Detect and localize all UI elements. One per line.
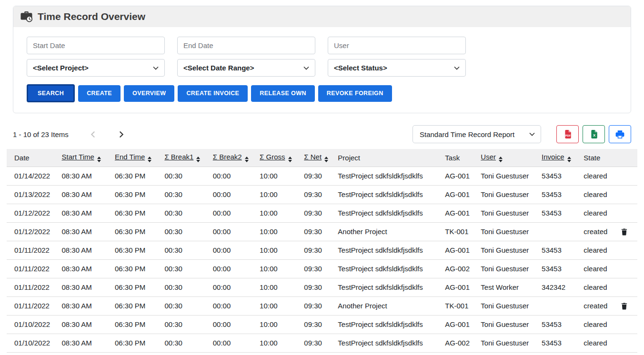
cell-gross: 10:00 bbox=[256, 278, 300, 296]
user-input[interactable] bbox=[328, 37, 466, 54]
cell-invoice: 53453 bbox=[538, 241, 580, 259]
cell-end-time: 06:30 PM bbox=[111, 259, 161, 278]
cell-invoice bbox=[538, 296, 580, 315]
cell-end-time: 06:30 PM bbox=[111, 167, 161, 185]
card-header: Time Record Overview bbox=[13, 6, 631, 27]
pdf-file-icon: PDF bbox=[564, 130, 572, 138]
filter-selects-row: <Select Project> <Select Date Range> bbox=[27, 59, 617, 77]
cell-state: cleared bbox=[580, 167, 617, 185]
cell-end-time: 06:30 PM bbox=[111, 296, 161, 315]
cell-project: TestProject sdkfsldkfjsdklfs bbox=[334, 278, 441, 296]
cell-break1: 00:30 bbox=[161, 296, 209, 315]
cell-start-time: 08:30 AM bbox=[58, 278, 111, 296]
cell-user: Toni Guestuser bbox=[477, 334, 538, 352]
release-own-button[interactable]: RELEASE OWN bbox=[251, 85, 314, 102]
export-excel-button[interactable]: X bbox=[583, 125, 605, 143]
cell-project: TestProject sdkfsldkfjsdklfs bbox=[334, 167, 441, 185]
revoke-foreign-button[interactable]: REVOKE FOREIGN bbox=[318, 85, 392, 102]
create-invoice-button[interactable]: CREATE INVOICE bbox=[178, 85, 248, 102]
filter-inputs-row bbox=[27, 37, 617, 54]
column-header-break1[interactable]: Σ Break1 bbox=[161, 149, 209, 167]
end-date-input[interactable] bbox=[177, 37, 315, 54]
column-header-user[interactable]: User bbox=[477, 149, 538, 167]
date-range-select-wrap: <Select Date Range> bbox=[177, 59, 315, 77]
cell-gross: 10:00 bbox=[256, 315, 300, 334]
cell-gross: 10:00 bbox=[256, 334, 300, 352]
chevron-right-icon bbox=[118, 131, 125, 138]
cell-date: 01/11/2022 bbox=[7, 241, 58, 259]
cell-invoice: 53453 bbox=[538, 259, 580, 278]
toolbar: 1 - 10 of 23 Items Standard Time Record … bbox=[13, 125, 631, 143]
sort-icon bbox=[97, 157, 101, 162]
delete-button[interactable] bbox=[621, 302, 628, 310]
cell-net: 09:30 bbox=[300, 278, 334, 296]
cell-task: AG-001 bbox=[441, 278, 477, 296]
cell-state: cleared bbox=[580, 259, 617, 278]
cell-invoice: 53453 bbox=[538, 334, 580, 352]
end-date-field-wrap bbox=[177, 37, 315, 54]
project-select[interactable]: <Select Project> bbox=[27, 59, 165, 77]
cell-break1: 00:30 bbox=[161, 315, 209, 334]
svg-text:PDF: PDF bbox=[565, 134, 571, 137]
report-select-wrap: Standard Time Record Report bbox=[413, 125, 541, 143]
cell-net: 09:30 bbox=[300, 185, 334, 204]
report-select[interactable]: Standard Time Record Report bbox=[413, 125, 541, 143]
column-header-state: State bbox=[580, 149, 617, 167]
printer-icon bbox=[615, 130, 624, 139]
previous-page-button[interactable] bbox=[90, 131, 97, 138]
cell-action bbox=[617, 278, 637, 296]
cell-break1: 00:30 bbox=[161, 222, 209, 241]
cell-project: TestProject sdkfsldkfjsdklfs bbox=[334, 204, 441, 222]
column-header-net[interactable]: Σ Net bbox=[300, 149, 334, 167]
column-header-end-time[interactable]: End Time bbox=[111, 149, 161, 167]
cell-end-time: 06:30 PM bbox=[111, 222, 161, 241]
column-header-start-time[interactable]: Start Time bbox=[58, 149, 111, 167]
cell-break2: 00:00 bbox=[209, 222, 256, 241]
cell-start-time: 08:30 AM bbox=[58, 167, 111, 185]
date-range-select[interactable]: <Select Date Range> bbox=[177, 59, 315, 77]
cell-invoice: 342342 bbox=[538, 278, 580, 296]
cell-invoice: 53453 bbox=[538, 167, 580, 185]
sort-icon bbox=[324, 157, 328, 162]
cell-project: TestProject sdkfsldkfjsdklfs bbox=[334, 334, 441, 352]
cell-state: created bbox=[580, 296, 617, 315]
project-select-wrap: <Select Project> bbox=[27, 59, 165, 77]
cell-net: 09:30 bbox=[300, 334, 334, 352]
table-row: 01/10/2022 08:30 AM 06:30 PM 00:30 00:00… bbox=[7, 334, 637, 352]
table-header-row: Date Start Time End Time Σ Break1 Σ Brea… bbox=[7, 149, 637, 167]
cell-start-time: 08:30 AM bbox=[58, 241, 111, 259]
cell-user: Toni Guestuser bbox=[477, 204, 538, 222]
status-select[interactable]: <Select Status> bbox=[328, 59, 466, 77]
cell-invoice: 53453 bbox=[538, 185, 580, 204]
cell-project: TestProject sdkfsldkfjsdklfs bbox=[334, 315, 441, 334]
export-pdf-button[interactable]: PDF bbox=[556, 125, 579, 143]
column-header-invoice[interactable]: Invoice bbox=[538, 149, 580, 167]
cell-state: cleared bbox=[580, 278, 617, 296]
overview-button[interactable]: OVERVIEW bbox=[124, 85, 174, 102]
column-header-break2[interactable]: Σ Break2 bbox=[209, 149, 256, 167]
create-button[interactable]: CREATE bbox=[78, 85, 121, 102]
cell-start-time: 08:30 AM bbox=[58, 296, 111, 315]
cell-break2: 00:00 bbox=[209, 315, 256, 334]
cell-break2: 00:00 bbox=[209, 296, 256, 315]
cell-net: 09:30 bbox=[300, 222, 334, 241]
column-header-actions bbox=[617, 149, 637, 167]
cell-action bbox=[617, 315, 637, 334]
cell-gross: 10:00 bbox=[256, 259, 300, 278]
cell-gross: 10:00 bbox=[256, 222, 300, 241]
delete-button[interactable] bbox=[621, 228, 628, 236]
cell-task: AG-002 bbox=[441, 334, 477, 352]
cell-invoice: 53453 bbox=[538, 315, 580, 334]
cell-action bbox=[617, 334, 637, 352]
column-header-gross[interactable]: Σ Gross bbox=[256, 149, 300, 167]
cell-break2: 00:00 bbox=[209, 241, 256, 259]
cell-state: cleared bbox=[580, 185, 617, 204]
cell-task: AG-001 bbox=[441, 204, 477, 222]
briefcase-clock-icon bbox=[20, 11, 33, 22]
trash-icon bbox=[621, 228, 628, 236]
table-row: 01/11/2022 08:30 AM 06:30 PM 00:30 00:00… bbox=[7, 259, 637, 278]
search-button[interactable]: SEARCH bbox=[27, 84, 75, 102]
next-page-button[interactable] bbox=[118, 131, 125, 138]
start-date-input[interactable] bbox=[27, 37, 165, 54]
print-button[interactable] bbox=[609, 125, 631, 143]
